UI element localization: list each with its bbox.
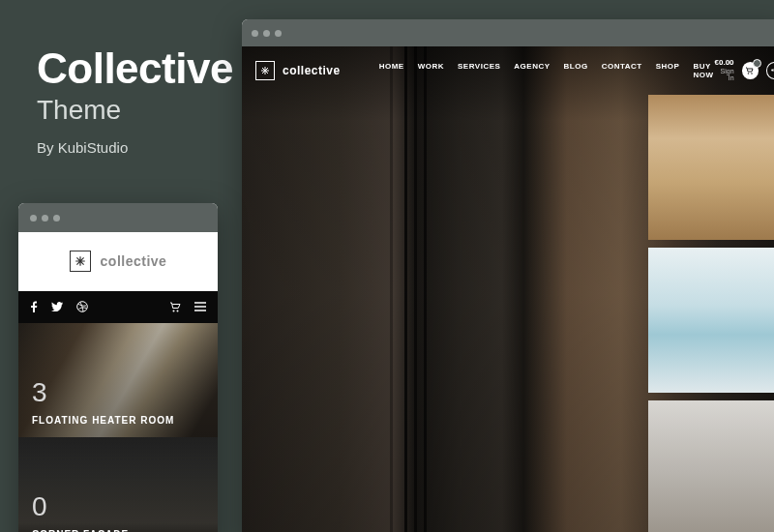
window-chrome	[18, 203, 218, 232]
nav-link-services[interactable]: SERVICES	[458, 62, 500, 79]
project-card-1[interactable]: 3 FLOATING HEATER ROOM	[18, 323, 218, 437]
window-chrome	[242, 19, 774, 46]
svg-point-1	[751, 73, 753, 74]
theme-author: By KubiStudio	[37, 139, 233, 156]
main-nav: collective HOME WORK SERVICES AGENCY BLO…	[242, 46, 774, 95]
theme-subtitle: Theme	[37, 95, 233, 126]
desktop-viewport: collective HOME WORK SERVICES AGENCY BLO…	[242, 46, 774, 532]
window-dot	[42, 215, 48, 222]
mobile-viewport: collective 3 FLOATING HEATER ROOM 0 CORN…	[18, 232, 218, 532]
logo-mark-icon	[70, 251, 91, 272]
cart-icon	[745, 66, 755, 75]
mobile-toolbar	[18, 291, 218, 323]
window-dot	[53, 215, 60, 222]
site-logo[interactable]: collective	[255, 61, 341, 80]
nav-link-blog[interactable]: BLOG	[564, 62, 588, 79]
svg-point-0	[748, 73, 750, 74]
nav-link-home[interactable]: HOME	[379, 62, 404, 79]
twitter-icon[interactable]	[51, 302, 63, 311]
signin-link[interactable]: Sign In	[713, 68, 733, 82]
dribbble-icon[interactable]	[76, 301, 88, 312]
side-thumbnails	[648, 95, 774, 532]
nav-link-buynow[interactable]: BUY NOW	[693, 62, 713, 79]
theme-name: Collective	[37, 44, 233, 93]
window-dot	[30, 215, 37, 222]
cart-icon[interactable]	[169, 302, 181, 312]
card-title: FLOATING HEATER ROOM	[32, 415, 174, 426]
card-count: 0	[32, 491, 47, 522]
svg-point-7	[177, 310, 179, 311]
thumb-3[interactable]	[648, 400, 774, 532]
logo-text: collective	[101, 253, 167, 269]
cart-button[interactable]	[742, 62, 759, 79]
card-count: 3	[32, 377, 47, 408]
thumb-1[interactable]	[648, 95, 774, 240]
page-title-block: Collective Theme By KubiStudio	[37, 44, 233, 156]
nav-link-shop[interactable]: SHOP	[656, 62, 680, 79]
svg-point-6	[173, 310, 175, 311]
cart-badge	[753, 59, 761, 68]
cart-price: €0.00	[713, 59, 733, 68]
window-dot	[263, 30, 270, 37]
nav-right-controls: €0.00 Sign In	[713, 59, 774, 82]
card-overlay	[18, 437, 218, 532]
logo-mark-icon	[255, 61, 275, 80]
window-dot	[252, 30, 258, 37]
mobile-preview-window: collective 3 FLOATING HEATER ROOM 0 CORN…	[18, 203, 218, 532]
nav-link-work[interactable]: WORK	[418, 62, 444, 79]
share-button[interactable]	[766, 62, 774, 79]
window-dot	[275, 30, 282, 37]
project-card-2[interactable]: 0 CORNER FACADE	[18, 437, 218, 532]
mobile-header: collective	[18, 232, 218, 291]
cart-summary[interactable]: €0.00 Sign In	[713, 59, 733, 82]
logo-text: collective	[283, 64, 341, 77]
nav-link-contact[interactable]: CONTACT	[602, 62, 642, 79]
nav-links: HOME WORK SERVICES AGENCY BLOG CONTACT S…	[379, 62, 714, 79]
menu-icon[interactable]	[194, 302, 206, 311]
nav-link-agency[interactable]: AGENCY	[514, 62, 550, 79]
desktop-preview-window: collective HOME WORK SERVICES AGENCY BLO…	[242, 19, 774, 532]
share-icon	[770, 66, 774, 74]
facebook-icon[interactable]	[30, 301, 38, 312]
thumb-2[interactable]	[648, 248, 774, 393]
